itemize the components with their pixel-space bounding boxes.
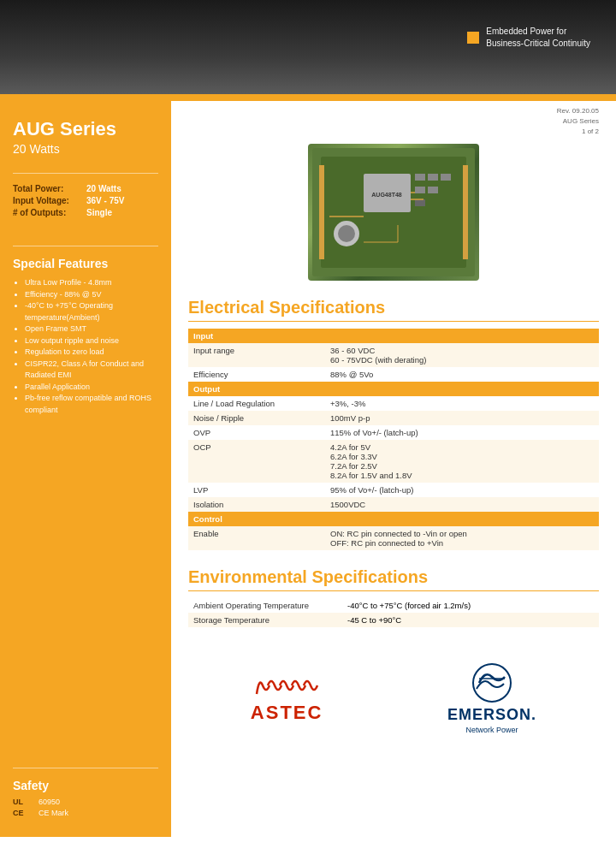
input-range-row: Input range 36 - 60 VDC60 - 75VDC (with … bbox=[188, 343, 599, 367]
product-image: AUG48T48 bbox=[308, 144, 479, 281]
lvp-row: LVP 95% of Vo+/- (latch-up) bbox=[188, 483, 599, 497]
storage-temp-row: Storage Temperature -45 C to +90°C bbox=[188, 613, 599, 627]
footer-logos: ASTEC EMERSON. Network Power bbox=[188, 644, 599, 743]
spec-input-voltage: Input Voltage: 36V - 75V bbox=[13, 196, 158, 205]
isolation-label: Isolation bbox=[188, 497, 325, 512]
input-header: Input bbox=[188, 329, 599, 343]
list-item: Efficiency - 88% @ 5V bbox=[25, 289, 158, 301]
rev-info: Rev. 09.20.05 AUG Series 1 of 2 bbox=[188, 101, 599, 137]
output-header-row: Output bbox=[188, 382, 599, 396]
header: Embedded Power for Business-Critical Con… bbox=[0, 0, 616, 94]
line-load-row: Line / Load Regulation +3%, -3% bbox=[188, 396, 599, 411]
svg-rect-7 bbox=[428, 174, 438, 181]
environmental-table: Ambient Operating Temperature -40°C to +… bbox=[188, 598, 599, 627]
output-header: Output bbox=[188, 382, 599, 396]
emerson-text: EMERSON. bbox=[447, 706, 536, 724]
input-range-value: 36 - 60 VDC60 - 75VDC (with derating) bbox=[325, 343, 599, 367]
sidebar-specs: Total Power: 20 Watts Input Voltage: 36V… bbox=[13, 173, 158, 220]
safety-ce: CE CE Mark bbox=[13, 809, 158, 817]
lvp-label: LVP bbox=[188, 483, 325, 497]
astec-text: ASTEC bbox=[251, 702, 323, 724]
svg-rect-8 bbox=[441, 174, 451, 181]
ovp-value: 115% of Vo+/- (latch-up) bbox=[325, 425, 599, 440]
safety-title: Safety bbox=[13, 779, 158, 792]
storage-temp-value: -45 C to +90°C bbox=[342, 613, 599, 627]
orange-stripe bbox=[0, 94, 616, 101]
list-item: Parallel Application bbox=[25, 382, 158, 394]
emerson-logo: EMERSON. Network Power bbox=[447, 661, 536, 734]
ocp-label: OCP bbox=[188, 440, 325, 483]
list-item: CISPR22, Class A for Conduct and Radiate… bbox=[25, 359, 158, 382]
list-item: Open Frame SMT bbox=[25, 323, 158, 335]
efficiency-value: 88% @ 5Vo bbox=[325, 367, 599, 382]
noise-ripple-label: Noise / Ripple bbox=[188, 411, 325, 425]
ovp-label: OVP bbox=[188, 425, 325, 440]
astec-waves-svg bbox=[252, 673, 321, 698]
spec-total-power: Total Power: 20 Watts bbox=[13, 184, 158, 193]
sidebar-features: Special Features Ultra Low Profile - 4.8… bbox=[13, 246, 158, 750]
isolation-value: 1500VDC bbox=[325, 497, 599, 512]
svg-rect-10 bbox=[428, 187, 438, 193]
ocp-row: OCP 4.2A for 5V6.2A for 3.3V7.2A for 2.5… bbox=[188, 440, 599, 483]
noise-ripple-value: 100mV p-p bbox=[325, 411, 599, 425]
enable-value: ON: RC pin connected to -Vin or openOFF:… bbox=[325, 526, 599, 550]
features-list: Ultra Low Profile - 4.8mm Efficiency - 8… bbox=[13, 277, 158, 416]
safety-ul: UL 60950 bbox=[13, 798, 158, 806]
astec-logo: ASTEC bbox=[251, 673, 323, 724]
list-item: Ultra Low Profile - 4.8mm bbox=[25, 277, 158, 289]
lvp-value: 95% of Vo+/- (latch-up) bbox=[325, 483, 599, 497]
noise-ripple-row: Noise / Ripple 100mV p-p bbox=[188, 411, 599, 425]
svg-text:AUG48T48: AUG48T48 bbox=[371, 192, 402, 198]
svg-point-5 bbox=[338, 225, 355, 242]
list-item: Low output ripple and noise bbox=[25, 335, 158, 347]
astec-waves-icon bbox=[252, 673, 321, 698]
storage-temp-label: Storage Temperature bbox=[188, 613, 342, 627]
sidebar-subtitle: 20 Watts bbox=[13, 142, 158, 156]
header-brand: Embedded Power for Business-Critical Con… bbox=[467, 26, 590, 50]
features-title: Special Features bbox=[13, 257, 158, 270]
line-load-value: +3%, -3% bbox=[325, 396, 599, 411]
emerson-sub: Network Power bbox=[466, 726, 518, 734]
emerson-symbol-svg bbox=[466, 661, 518, 704]
input-header-row: Input bbox=[188, 329, 599, 343]
line-load-label: Line / Load Regulation bbox=[188, 396, 325, 411]
control-header: Control bbox=[188, 512, 599, 526]
spec-outputs: # of Outputs: Single bbox=[13, 208, 158, 217]
electrical-section-title: Electrical Specifications bbox=[188, 298, 599, 322]
ambient-temp-label: Ambient Operating Temperature bbox=[188, 598, 342, 613]
sidebar-safety: Safety UL 60950 CE CE Mark bbox=[13, 768, 158, 820]
environmental-section-title: Environmental Specifications bbox=[188, 567, 599, 591]
pcb-svg: AUG48T48 bbox=[312, 148, 475, 276]
main-layout: AUG Series 20 Watts Total Power: 20 Watt… bbox=[0, 101, 616, 837]
control-header-row: Control bbox=[188, 512, 599, 526]
efficiency-row: Efficiency 88% @ 5Vo bbox=[188, 367, 599, 382]
input-range-label: Input range bbox=[188, 343, 325, 367]
ambient-temp-row: Ambient Operating Temperature -40°C to +… bbox=[188, 598, 599, 613]
list-item: Pb-free reflow compatible and ROHS compl… bbox=[25, 393, 158, 416]
isolation-row: Isolation 1500VDC bbox=[188, 497, 599, 512]
ocp-value: 4.2A for 5V6.2A for 3.3V7.2A for 2.5V8.2… bbox=[325, 440, 599, 483]
svg-rect-13 bbox=[463, 165, 468, 259]
list-item: Regulation to zero load bbox=[25, 347, 158, 359]
svg-rect-11 bbox=[415, 199, 425, 206]
svg-rect-6 bbox=[415, 174, 425, 181]
brand-text: Embedded Power for Business-Critical Con… bbox=[486, 26, 590, 50]
sidebar: AUG Series 20 Watts Total Power: 20 Watt… bbox=[0, 101, 171, 837]
ovp-row: OVP 115% of Vo+/- (latch-up) bbox=[188, 425, 599, 440]
content-area: Rev. 09.20.05 AUG Series 1 of 2 AUG48T48 bbox=[171, 101, 616, 837]
brand-icon bbox=[467, 32, 479, 44]
svg-point-19 bbox=[473, 664, 511, 702]
svg-rect-9 bbox=[415, 187, 425, 193]
product-image-container: AUG48T48 bbox=[188, 144, 599, 281]
enable-row: Enable ON: RC pin connected to -Vin or o… bbox=[188, 526, 599, 550]
list-item: -40°C to +75°C Operating temperature(Amb… bbox=[25, 300, 158, 323]
efficiency-label: Efficiency bbox=[188, 367, 325, 382]
svg-rect-12 bbox=[319, 165, 324, 259]
sidebar-title: AUG Series bbox=[13, 118, 158, 140]
enable-label: Enable bbox=[188, 526, 325, 550]
ambient-temp-value: -40°C to +75°C (forced air 1.2m/s) bbox=[342, 598, 599, 613]
electrical-spec-table: Input Input range 36 - 60 VDC60 - 75VDC … bbox=[188, 329, 599, 550]
